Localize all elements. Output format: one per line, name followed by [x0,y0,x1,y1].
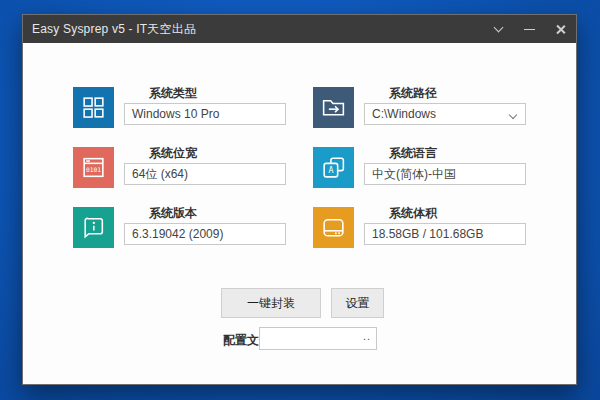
desktop-background: Easy Sysprep v5 - IT天空出品 系统类型 Windows 10… [0,0,600,400]
close-icon [555,24,566,35]
field-system-language: A 系统语言 中文(简体)-中国 [313,145,531,195]
title-bar[interactable]: Easy Sysprep v5 - IT天空出品 [23,15,576,43]
one-click-package-button[interactable]: 一键封装 [221,288,321,318]
field-system-bitness: 0101 系统位宽 64位 (x64) [73,145,291,195]
system-language-value[interactable]: 中文(简体)-中国 [364,163,526,185]
field-system-type: 系统类型 Windows 10 Pro [73,85,291,135]
system-language-label: 系统语言 [389,145,437,162]
info-bubble-icon [73,207,114,248]
window-title: Easy Sysprep v5 - IT天空出品 [23,21,196,38]
browse-button[interactable]: .. [363,330,371,342]
menu-button[interactable] [483,15,514,43]
chevron-down-icon [494,22,504,32]
system-type-value[interactable]: Windows 10 Pro [124,103,286,125]
field-system-path: 系统路径 C:\Windows [313,85,531,135]
system-path-select[interactable]: C:\Windows [364,103,526,125]
system-volume-label: 系统体积 [389,205,437,222]
minimize-button[interactable] [514,15,545,43]
hard-disk-icon [313,207,354,248]
minimize-icon [524,29,535,30]
binary-window-icon: 0101 [73,147,114,188]
dropdown-chevron-icon [509,111,517,119]
settings-button[interactable]: 设置 [331,288,384,318]
svg-text:A: A [328,165,333,175]
system-path-label: 系统路径 [389,85,437,102]
app-window: Easy Sysprep v5 - IT天空出品 系统类型 Windows 10… [22,14,577,385]
svg-text:0101: 0101 [86,166,101,173]
system-bitness-value[interactable]: 64位 (x64) [124,163,286,185]
system-bitness-label: 系统位宽 [149,145,197,162]
window-controls [483,15,576,43]
close-button[interactable] [545,15,576,43]
config-file-field: .. [259,327,377,350]
system-type-label: 系统类型 [149,85,197,102]
system-version-label: 系统版本 [149,205,197,222]
apps-grid-icon [73,87,114,128]
field-system-version: 系统版本 6.3.19042 (2009) [73,205,291,255]
system-volume-value[interactable]: 18.58GB / 101.68GB [364,223,526,245]
config-file-input[interactable] [260,328,376,349]
folder-arrow-icon [313,87,354,128]
language-cards-icon: A [313,147,354,188]
field-system-volume: 系统体积 18.58GB / 101.68GB [313,205,531,255]
system-version-value[interactable]: 6.3.19042 (2009) [124,223,286,245]
